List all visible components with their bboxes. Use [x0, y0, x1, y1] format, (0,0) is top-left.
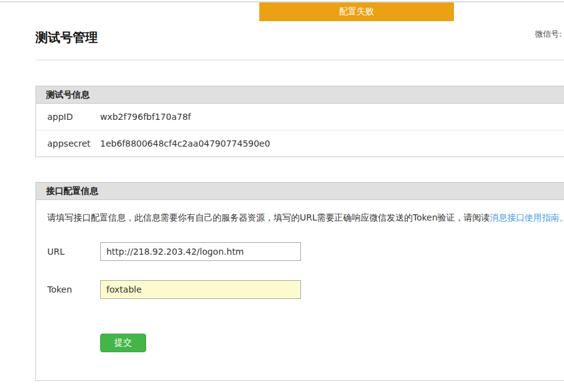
interface-config-panel: 接口配置信息 请填写接口配置信息，此信息需要你有自己的服务器资源，填写的URL需… [35, 182, 564, 381]
page-title: 测试号管理 [35, 29, 98, 46]
url-input[interactable] [100, 242, 301, 261]
token-input[interactable] [100, 280, 301, 299]
test-account-management-page: { "banner": { "label": "配置失败" }, "header… [0, 0, 564, 392]
account-info-title: 测试号信息 [46, 89, 90, 101]
config-failed-toast: 配置失败 [259, 2, 454, 21]
submit-button[interactable]: 提交 [100, 334, 146, 352]
config-description: 请填写接口配置信息，此信息需要你有自己的服务器资源，填写的URL需要正确响应微信… [47, 212, 564, 224]
token-label: Token [47, 285, 72, 294]
appsecret-label: appsecret [47, 139, 100, 148]
appsecret-value: 1eb6f8800648cf4c2aa04790774590e0 [100, 139, 270, 148]
appid-label: appID [47, 112, 100, 122]
interface-config-title: 接口配置信息 [46, 186, 98, 197]
url-label: URL [47, 247, 65, 257]
appid-row: appID wxb2f796fbf170a78f [36, 104, 564, 130]
message-interface-guide-link[interactable]: 消息接口使用指南 [490, 212, 560, 222]
account-info-panel: 测试号信息 appID wxb2f796fbf170a78f appsecret… [35, 86, 564, 157]
wechat-id-label: 微信号: [535, 29, 562, 40]
title-divider [35, 60, 564, 60]
interface-config-header: 接口配置信息 [36, 183, 564, 200]
appsecret-row: appsecret 1eb6f8800648cf4c2aa04790774590… [36, 130, 564, 156]
account-info-header: 测试号信息 [36, 86, 564, 104]
config-description-text: 请填写接口配置信息，此信息需要你有自己的服务器资源，填写的URL需要正确响应微信… [47, 212, 490, 222]
appid-value: wxb2f796fbf170a78f [100, 112, 191, 122]
toast-text: 配置失败 [340, 6, 374, 17]
config-description-suffix: 。 [560, 212, 564, 222]
